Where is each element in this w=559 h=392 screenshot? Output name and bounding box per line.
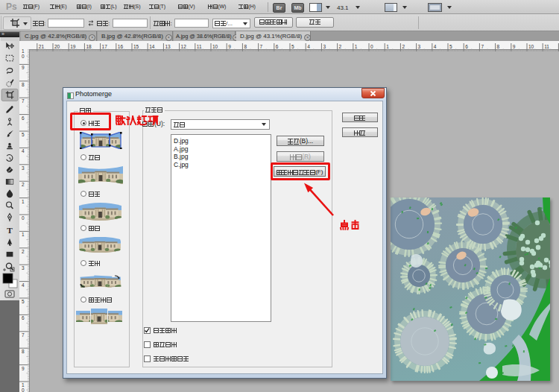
- svg-text:8: 8: [22, 349, 25, 354]
- svg-text:4: 4: [22, 148, 25, 154]
- svg-text:7: 7: [22, 98, 25, 104]
- svg-text:17: 17: [102, 44, 108, 49]
- svg-text:8: 8: [497, 44, 500, 49]
- svg-text:3: 3: [22, 165, 25, 171]
- svg-text:13: 13: [165, 44, 171, 49]
- svg-text:2: 2: [402, 44, 405, 49]
- svg-text:7: 7: [22, 332, 25, 338]
- svg-text:7: 7: [481, 44, 484, 49]
- svg-text:0: 0: [22, 388, 25, 392]
- svg-text:4: 4: [22, 282, 25, 288]
- svg-text:2: 2: [22, 249, 25, 254]
- svg-text:1: 1: [355, 44, 358, 49]
- svg-text:5: 5: [291, 44, 294, 49]
- svg-text:2: 2: [22, 182, 25, 187]
- svg-text:9: 9: [22, 65, 25, 70]
- svg-text:10: 10: [212, 44, 218, 49]
- svg-text:1: 1: [386, 44, 389, 49]
- svg-text:1: 1: [22, 232, 25, 237]
- svg-text:21: 21: [39, 44, 45, 49]
- svg-text:3: 3: [418, 44, 421, 49]
- svg-text:7: 7: [260, 44, 263, 49]
- svg-text:6: 6: [276, 44, 279, 49]
- svg-text:0: 0: [370, 44, 373, 49]
- svg-text:2: 2: [339, 44, 342, 49]
- svg-text:0: 0: [22, 215, 25, 221]
- svg-text:3: 3: [323, 44, 326, 49]
- svg-text:8: 8: [244, 44, 247, 49]
- svg-text:8: 8: [22, 82, 25, 87]
- svg-text:14: 14: [149, 44, 155, 49]
- svg-text:0: 0: [22, 54, 25, 59]
- svg-text:15: 15: [133, 44, 139, 49]
- svg-text:20: 20: [54, 44, 60, 49]
- svg-text:5: 5: [22, 132, 25, 137]
- svg-text:11: 11: [544, 44, 549, 49]
- svg-text:T: T: [7, 226, 13, 235]
- svg-text:11: 11: [197, 44, 202, 49]
- svg-text:9: 9: [513, 44, 516, 49]
- svg-text:5: 5: [449, 44, 452, 49]
- svg-text:3: 3: [22, 265, 25, 271]
- svg-text:9: 9: [22, 366, 25, 371]
- svg-text:5: 5: [22, 299, 25, 304]
- svg-text:6: 6: [22, 116, 25, 121]
- svg-text:18: 18: [86, 44, 92, 49]
- svg-text:12: 12: [181, 44, 187, 49]
- svg-text:16: 16: [118, 44, 124, 49]
- svg-text:6: 6: [465, 44, 468, 49]
- svg-text:6: 6: [22, 315, 25, 320]
- svg-text:1: 1: [22, 199, 25, 204]
- svg-text:9: 9: [228, 44, 231, 49]
- svg-text:4: 4: [434, 44, 437, 49]
- svg-text:10: 10: [528, 44, 534, 49]
- svg-text:4: 4: [307, 44, 310, 49]
- svg-text:19: 19: [70, 44, 76, 49]
